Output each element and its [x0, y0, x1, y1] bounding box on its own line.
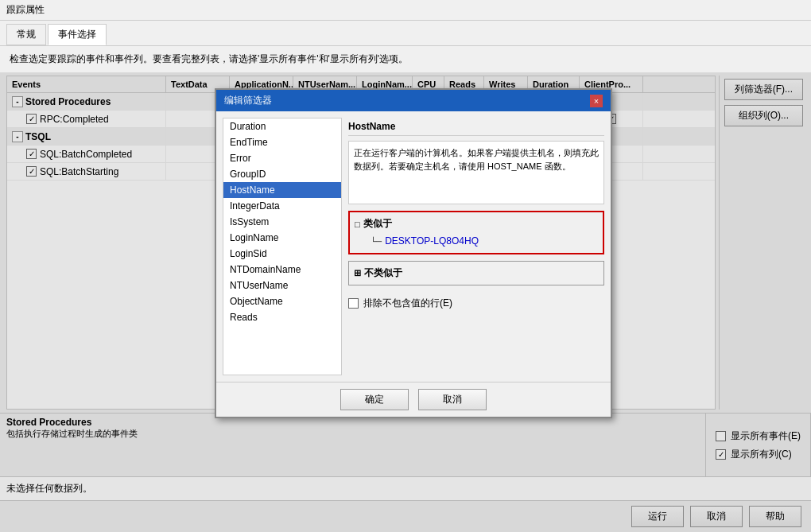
filter-right-panel: HostName 正在运行客户端的计算机名。如果客户端提供主机名，则填充此数据列…: [348, 118, 604, 375]
filter-item-reads[interactable]: Reads: [223, 309, 341, 325]
filter-item-loginsid[interactable]: LoginSid: [223, 246, 341, 262]
filter-editor-modal: 编辑筛选器 × Duration EndTime Error GroupID H…: [215, 88, 612, 418]
like-criteria-section: □ 类似于 └─ DESKTOP-LQ8O4HQ: [348, 211, 604, 254]
checkbox-exclude[interactable]: [348, 298, 359, 309]
collapse-icon-like: □: [355, 219, 360, 229]
filter-item-objectname[interactable]: ObjectName: [223, 293, 341, 309]
title-bar: 跟踪属性: [0, 0, 811, 21]
filter-item-hostname[interactable]: HostName: [223, 182, 341, 198]
window-title: 跟踪属性: [6, 4, 45, 15]
exclude-row: 排除不包含值的行(E): [348, 297, 604, 310]
like-criteria-header[interactable]: □ 类似于: [355, 217, 598, 231]
like-criteria-item: └─ DESKTOP-LQ8O4HQ: [355, 234, 598, 248]
modal-ok-button[interactable]: 确定: [340, 389, 409, 410]
filter-item-ntusername[interactable]: NTUserName: [223, 278, 341, 293]
description-bar: 检查选定要跟踪的事件和事件列。要查看完整列表，请选择'显示所有事件'和'显示所有…: [0, 46, 811, 72]
filter-item-ntdomainname[interactable]: NTDomainName: [223, 262, 341, 278]
modal-close-button[interactable]: ×: [590, 95, 603, 107]
filter-item-groupid[interactable]: GroupID: [223, 166, 341, 182]
not-like-header[interactable]: ⊞ 不类似于: [354, 266, 599, 280]
main-content: Events TextData ApplicationN... NTUserNa…: [0, 72, 811, 532]
filter-item-integerdata[interactable]: IntegerData: [223, 198, 341, 214]
modal-title-bar: 编辑筛选器 ×: [216, 90, 611, 111]
expand-icon-notlike: ⊞: [354, 268, 361, 278]
filter-item-loginname[interactable]: LoginName: [223, 230, 341, 246]
like-tree-line: └─: [371, 237, 382, 246]
modal-cancel-button[interactable]: 取消: [418, 389, 487, 410]
modal-title: 编辑筛选器: [224, 94, 272, 107]
like-value: DESKTOP-LQ8O4HQ: [385, 235, 479, 247]
tab-event-selection[interactable]: 事件选择: [48, 24, 107, 45]
modal-body: Duration EndTime Error GroupID HostName …: [216, 111, 611, 382]
filter-list: Duration EndTime Error GroupID HostName …: [223, 118, 342, 375]
filter-list-panel: Duration EndTime Error GroupID HostName …: [223, 118, 342, 375]
modal-overlay: 编辑筛选器 × Duration EndTime Error GroupID H…: [0, 72, 811, 532]
filter-description: 正在运行客户端的计算机名。如果客户端提供主机名，则填充此数据列。若要确定主机名，…: [348, 141, 604, 204]
tab-bar: 常规 事件选择: [0, 21, 811, 46]
modal-footer: 确定 取消: [216, 382, 611, 417]
filter-field-label: HostName: [348, 118, 604, 136]
like-label: 类似于: [363, 217, 392, 231]
not-like-label: 不类似于: [364, 266, 402, 280]
filter-item-duration[interactable]: Duration: [223, 118, 341, 134]
filter-item-issystem[interactable]: IsSystem: [223, 214, 341, 230]
tab-general[interactable]: 常规: [6, 24, 46, 45]
filter-item-error[interactable]: Error: [223, 150, 341, 166]
main-window: 跟踪属性 常规 事件选择 检查选定要跟踪的事件和事件列。要查看完整列表，请选择'…: [0, 0, 811, 532]
filter-item-endtime[interactable]: EndTime: [223, 134, 341, 150]
not-like-section: ⊞ 不类似于: [348, 261, 604, 285]
